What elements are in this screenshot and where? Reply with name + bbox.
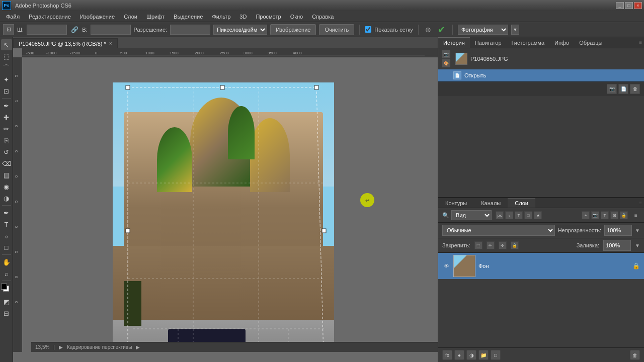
gradient-tool[interactable]: ▤ (1, 169, 12, 180)
new-layer-icon[interactable]: + (582, 211, 590, 219)
lock-brush-icon[interactable]: ✏ (487, 241, 495, 249)
new-fill-layer-button[interactable]: ◑ (466, 350, 476, 360)
color-swatches[interactable] (1, 284, 12, 295)
tab-paths[interactable]: Контуры (438, 199, 474, 208)
shape-tool[interactable]: □ (1, 242, 12, 253)
clear-button[interactable]: Очистить (319, 24, 354, 35)
resolution-input[interactable] (170, 25, 210, 35)
crop-layer-icon[interactable]: ⊡ (610, 211, 618, 219)
add-layer-style-button[interactable]: fx (442, 350, 452, 360)
show-grid-checkbox[interactable] (365, 26, 371, 33)
clone-tool[interactable]: ⎘ (1, 135, 12, 146)
fill-arrow[interactable]: ▼ (635, 243, 640, 248)
status-forward-arrow[interactable]: ▶ (136, 344, 140, 350)
crop-tool[interactable]: ⊡ (1, 85, 12, 97)
canvas-wrapper[interactable]: www.photoshopsunduchok.ru (22, 57, 438, 352)
layer-filter-select[interactable]: Вид (451, 210, 492, 220)
filter-text-icon[interactable]: T (515, 211, 523, 219)
filter-pixel-icon[interactable]: px (496, 211, 504, 219)
new-document-button[interactable]: 📄 (618, 84, 628, 94)
history-brush-tool[interactable]: ↺ (1, 146, 12, 157)
resolution-unit-select[interactable]: Пикселов/дюйм (213, 25, 267, 35)
minimize-button[interactable]: _ (616, 2, 624, 9)
blur-tool[interactable]: ◉ (1, 181, 12, 192)
status-arrow[interactable]: ▶ (59, 344, 63, 350)
layer-item-background[interactable]: 👁 Фон 🔒 (438, 253, 644, 279)
camera-layer-icon[interactable]: 📷 (591, 211, 599, 219)
tab-layers[interactable]: Слои (508, 198, 535, 208)
zoom-tool[interactable]: ⌕ (1, 268, 12, 279)
delete-history-button[interactable]: 🗑 (630, 84, 640, 94)
menu-image[interactable]: Изображение (76, 13, 119, 21)
tab-swatches[interactable]: Образцы (574, 37, 607, 48)
document-tab-close[interactable]: × (109, 41, 112, 46)
history-camera-icon[interactable]: 📷 (442, 50, 450, 58)
pen-tool[interactable]: ✒ (1, 207, 12, 218)
layer-filter-icons: px ⬦ T □ ★ (496, 211, 542, 219)
history-side-icons: 📷 🎨 (442, 50, 450, 67)
opacity-arrow[interactable]: ▼ (635, 228, 640, 233)
new-layer-button[interactable]: □ (491, 350, 501, 360)
screen-mode-tool[interactable]: ⊟ (1, 308, 12, 319)
delete-layer-button[interactable]: 🗑 (630, 350, 640, 360)
app-title-text: Adobe Photoshop CS6 (15, 3, 71, 9)
path-select-tool[interactable]: ⬦ (1, 230, 12, 241)
filter-smart-icon[interactable]: ★ (534, 211, 542, 219)
menu-window[interactable]: Окно (286, 13, 307, 21)
image-button[interactable]: Изображение (270, 24, 316, 35)
tab-channels[interactable]: Каналы (474, 199, 508, 208)
filter-adjust-icon[interactable]: ⬦ (505, 211, 513, 219)
move-tool[interactable]: ↖ (1, 39, 12, 50)
filter-shape-icon[interactable]: □ (524, 211, 532, 219)
tab-info[interactable]: Инфо (549, 37, 574, 48)
new-snapshot-button[interactable]: 📷 (607, 84, 617, 94)
menu-help[interactable]: Справка (308, 13, 338, 21)
healing-tool[interactable]: ✚ (1, 112, 12, 123)
commit-button[interactable]: ✔ (436, 24, 447, 35)
w-input[interactable] (27, 25, 67, 35)
document-canvas[interactable]: www.photoshopsunduchok.ru (113, 82, 334, 352)
menu-edit[interactable]: Редактирование (25, 13, 75, 21)
quick-mask-tool[interactable]: ◩ (1, 296, 12, 307)
lock-all-icon[interactable]: 🔒 (511, 241, 519, 249)
add-mask-button[interactable]: ● (454, 350, 464, 360)
menu-font[interactable]: Шрифт (142, 13, 169, 21)
lasso-tool[interactable]: ⌒ (1, 62, 12, 73)
menu-3d[interactable]: 3D (235, 13, 251, 21)
tab-history[interactable]: История (438, 37, 470, 48)
maximize-button[interactable]: □ (625, 2, 633, 9)
lock-layer-icon[interactable]: 🔒 (620, 211, 628, 219)
opacity-input[interactable] (604, 225, 632, 236)
menu-file[interactable]: Файл (2, 13, 24, 21)
lock-checkerboard-icon[interactable]: ⬚ (474, 241, 482, 249)
blend-mode-select[interactable]: Обычные (442, 225, 555, 236)
menu-layers[interactable]: Слои (120, 13, 141, 21)
new-group-button[interactable]: 📁 (478, 350, 489, 360)
close-button[interactable]: × (634, 2, 642, 9)
tab-histogram[interactable]: Гистограмма (507, 37, 550, 48)
layer-visibility-eye[interactable]: 👁 (442, 262, 450, 270)
tab-navigator[interactable]: Навигатор (470, 37, 507, 48)
panel-options-icon[interactable]: ≡ (632, 211, 640, 219)
dodge-tool[interactable]: ◑ (1, 193, 12, 204)
menu-view[interactable]: Просмотр (252, 13, 285, 21)
history-item-open[interactable]: 📄 Открыть (438, 69, 644, 81)
eraser-tool[interactable]: ⌫ (1, 158, 12, 169)
marquee-tool[interactable]: ⬚ (1, 51, 12, 62)
text-tool[interactable]: T (1, 219, 12, 230)
menu-filter[interactable]: Фильтр (208, 13, 234, 21)
T-layer-icon[interactable]: T (601, 211, 609, 219)
preset-dropdown-arrow[interactable]: ▼ (511, 25, 519, 35)
document-tab[interactable]: P1040850.JPG @ 13,5% (RGB/8) * × (13, 38, 118, 48)
brush-tool[interactable]: ✏ (1, 123, 12, 134)
preset-select[interactable]: Фотография (458, 25, 508, 35)
h-input[interactable] (91, 25, 131, 35)
menu-select[interactable]: Выделение (170, 13, 207, 21)
lock-move-icon[interactable]: ✛ (499, 241, 507, 249)
svg-text:5: 5 (14, 74, 19, 77)
fill-input[interactable] (603, 240, 631, 251)
history-paint-icon[interactable]: 🎨 (442, 59, 450, 67)
quick-select-tool[interactable]: ✦ (1, 74, 12, 85)
hand-tool[interactable]: ✋ (1, 256, 12, 267)
eyedropper-tool[interactable]: ✒ (1, 100, 12, 111)
